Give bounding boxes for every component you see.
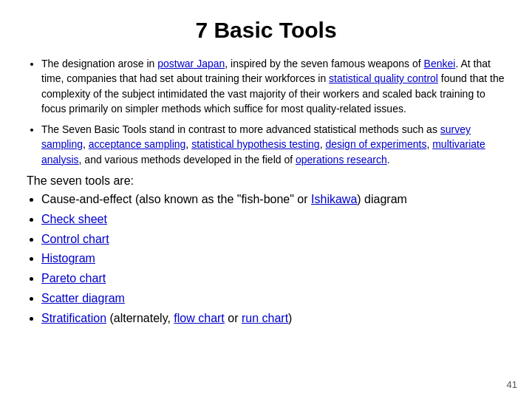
link-benkei[interactable]: Benkei — [424, 58, 456, 69]
slide-title: 7 Basic Tools — [27, 18, 505, 43]
link-postwar-japan[interactable]: postwar Japan — [157, 58, 225, 69]
page-number: 41 — [507, 379, 517, 390]
slide-container: 7 Basic Tools The designation arose in p… — [0, 0, 532, 399]
tool-cause-effect-text: Cause-and-effect (also known as the "fis… — [41, 193, 407, 205]
link-operations-research[interactable]: operations research — [296, 154, 387, 166]
link-check-sheet[interactable]: Check sheet — [41, 213, 107, 225]
intro-bullet-2: The Seven Basic Tools stand in contrast … — [41, 122, 505, 167]
link-scatter-diagram[interactable]: Scatter diagram — [41, 292, 125, 304]
tool-item-5: Pareto chart — [41, 270, 505, 288]
tools-intro: The seven tools are: — [27, 174, 505, 188]
link-stratification[interactable]: Stratification — [41, 312, 106, 324]
tool-item-4: Histogram — [41, 250, 505, 268]
link-statistical-quality-control[interactable]: statistical quality control — [329, 72, 438, 84]
tool-item-7: Stratification (alternately, flow chart … — [41, 310, 505, 328]
link-statistical-hypothesis-testing[interactable]: statistical hypothesis testing — [191, 138, 320, 150]
tool-item-2: Check sheet — [41, 211, 505, 229]
intro-bullets-list: The designation arose in postwar Japan, … — [27, 56, 505, 167]
tool-stratification-text: (alternately, flow chart or run chart) — [106, 312, 292, 324]
link-flow-chart[interactable]: flow chart — [174, 312, 224, 324]
link-ishikawa[interactable]: Ishikawa — [311, 193, 357, 205]
tool-item-6: Scatter diagram — [41, 290, 505, 308]
tools-list: Cause-and-effect (also known as the "fis… — [41, 191, 505, 328]
link-control-chart[interactable]: Control chart — [41, 233, 109, 245]
link-acceptance-sampling[interactable]: acceptance sampling — [89, 138, 186, 150]
tool-item-1: Cause-and-effect (also known as the "fis… — [41, 191, 505, 209]
link-histogram[interactable]: Histogram — [41, 252, 95, 265]
link-design-of-experiments[interactable]: design of experiments — [325, 138, 426, 150]
tool-item-3: Control chart — [41, 231, 505, 249]
link-run-chart[interactable]: run chart — [242, 312, 288, 324]
intro-bullet-1: The designation arose in postwar Japan, … — [41, 56, 505, 116]
link-pareto-chart[interactable]: Pareto chart — [41, 272, 106, 284]
